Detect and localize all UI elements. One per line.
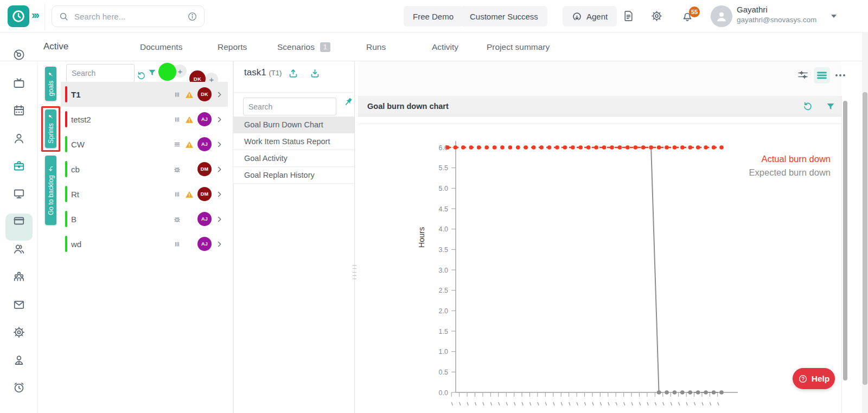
tab-project-summary[interactable]: Project summary <box>487 42 550 52</box>
legend-actual-burn-down[interactable]: Actual burn down <box>749 152 831 166</box>
goals-search-input[interactable]: Search <box>66 64 135 82</box>
customer-success-button[interactable]: Customer Success <box>461 6 547 27</box>
rail-timer-icon[interactable] <box>12 48 25 61</box>
splitter-grip-handle[interactable] <box>352 263 357 281</box>
goal-row-cw[interactable]: CW AJ <box>61 132 228 157</box>
page-scrollbar[interactable] <box>862 33 868 413</box>
svg-text:0.0: 0.0 <box>439 389 448 397</box>
svg-text:2.0: 2.0 <box>439 307 448 315</box>
tab-goals-vertical[interactable]: goals <box>45 67 56 101</box>
goal-row-cb[interactable]: cb DM <box>61 157 228 182</box>
list-view-icon[interactable] <box>815 69 828 82</box>
goal-avatar[interactable]: DK <box>197 87 212 101</box>
goal-avatar[interactable]: DM <box>197 187 212 201</box>
back-arrow-icon <box>48 165 54 172</box>
user-avatar[interactable] <box>711 5 732 27</box>
active-goals-dropdown[interactable]: Active <box>43 41 68 52</box>
goal-avatar[interactable]: AJ <box>197 137 212 151</box>
menu-goal-replan-history[interactable]: Goal Replan History <box>233 167 355 184</box>
svg-text:4.0: 4.0 <box>439 225 448 233</box>
tab-reports[interactable]: Reports <box>218 42 247 52</box>
goal-title: wd <box>71 240 173 249</box>
app-logo[interactable] <box>8 5 29 27</box>
pin-panel-icon[interactable] <box>343 96 354 107</box>
expand-sidebar-icon[interactable]: ››› <box>31 8 38 21</box>
rail-team-icon[interactable] <box>12 270 25 283</box>
download-icon[interactable] <box>310 68 320 79</box>
goal-row-rt[interactable]: Rt DM <box>61 182 228 206</box>
global-search-input[interactable]: Search here... <box>52 5 205 27</box>
filter-funnel-icon[interactable] <box>148 68 157 78</box>
chevron-right-icon[interactable] <box>215 91 224 99</box>
project-nav-bar: Active 7 Documents Reports Scenarios1 Ru… <box>0 33 868 61</box>
chevron-right-icon[interactable] <box>215 215 224 223</box>
reset-filter-icon[interactable] <box>137 70 146 80</box>
tab-activity[interactable]: Activity <box>432 42 458 52</box>
settings-gear-icon[interactable] <box>650 10 663 22</box>
chevron-right-icon[interactable] <box>215 140 224 149</box>
svg-text:1.0: 1.0 <box>439 348 448 356</box>
goal-status-bar <box>65 86 67 102</box>
tab-documents[interactable]: Documents <box>140 42 182 52</box>
menu-goal-burn-down-chart[interactable]: Goal Burn Down Chart <box>233 117 355 133</box>
panel-splitter[interactable] <box>354 61 355 413</box>
menu-work-item-status-report[interactable]: Work Item Status Report <box>233 133 355 150</box>
info-icon[interactable] <box>187 11 197 22</box>
goal-row-tetst2[interactable]: tetst2 AJ <box>61 107 228 132</box>
report-search-input[interactable]: Search <box>243 98 336 115</box>
tab-sprints-label: Sprints <box>47 123 55 143</box>
rail-card-icon[interactable] <box>12 214 25 227</box>
goal-title: tetst2 <box>71 115 173 124</box>
rail-alarm-icon[interactable] <box>12 381 25 394</box>
legend-expected-burn-down[interactable]: Expected burn down <box>749 166 831 179</box>
chart-header-bar: Goal burn down chart <box>358 96 841 117</box>
goal-avatar[interactable]: DM <box>197 162 212 176</box>
status-green-dot[interactable] <box>158 63 176 81</box>
chart-scrollbar-thumb[interactable] <box>843 101 847 380</box>
menu-goal-activity[interactable]: Goal Activity <box>233 150 355 167</box>
tab-runs[interactable]: Runs <box>366 42 386 52</box>
rail-profile-icon[interactable] <box>12 353 25 366</box>
rail-briefcase-icon-active[interactable] <box>12 159 25 172</box>
pin-icon <box>48 114 54 120</box>
goal-avatar[interactable]: AJ <box>197 237 212 251</box>
rail-gear-icon[interactable] <box>12 326 25 339</box>
left-icon-rail <box>0 61 38 413</box>
chevron-right-icon[interactable] <box>215 115 224 124</box>
sliders-icon[interactable] <box>796 68 809 81</box>
free-demo-button[interactable]: Free Demo <box>404 6 463 27</box>
tab-go-to-backlog-vertical[interactable]: Go to backlog <box>45 156 56 225</box>
rail-users-icon[interactable] <box>12 242 25 255</box>
status-icon-menu <box>173 140 181 149</box>
tab-scenarios[interactable]: Scenarios1 <box>277 42 330 53</box>
document-icon[interactable] <box>622 10 635 22</box>
rail-monitor-icon[interactable] <box>12 187 25 200</box>
clock-logo-icon <box>11 9 25 23</box>
cloud-download-icon <box>572 11 582 22</box>
chart-scrollbar[interactable] <box>841 96 848 413</box>
rail-calendar-icon[interactable] <box>12 104 25 117</box>
upload-icon[interactable] <box>288 68 298 79</box>
rail-mail-icon[interactable] <box>12 298 25 311</box>
goal-row-b[interactable]: B AJ <box>61 206 228 231</box>
agent-button[interactable]: Agent <box>563 6 617 27</box>
goals-search-placeholder: Search <box>72 69 95 78</box>
chevron-right-icon[interactable] <box>215 190 224 198</box>
user-menu-chevron-down-icon[interactable] <box>831 15 837 18</box>
chevron-right-icon[interactable] <box>215 165 224 173</box>
app-window: ››› Search here... Free Demo Customer Su… <box>0 0 868 413</box>
goal-avatar[interactable]: AJ <box>197 212 212 226</box>
chevron-right-icon[interactable] <box>215 240 224 248</box>
chart-refresh-icon[interactable] <box>803 101 813 111</box>
page-scrollbar-thumb[interactable] <box>863 92 867 385</box>
more-horizontal-icon[interactable] <box>834 69 847 82</box>
goal-row-wd[interactable]: wd AJ <box>61 231 228 256</box>
goal-avatar[interactable]: AJ <box>197 112 212 126</box>
rail-tv-icon[interactable] <box>12 77 25 90</box>
rail-user-icon[interactable] <box>12 132 25 145</box>
help-button[interactable]: Help <box>793 368 835 389</box>
goal-report-code: (T1) <box>269 69 282 77</box>
goal-row-t1[interactable]: T1 DK <box>61 82 228 107</box>
chart-filter-funnel-icon[interactable] <box>826 101 835 112</box>
tab-sprints-vertical[interactable]: Sprints <box>45 109 56 148</box>
